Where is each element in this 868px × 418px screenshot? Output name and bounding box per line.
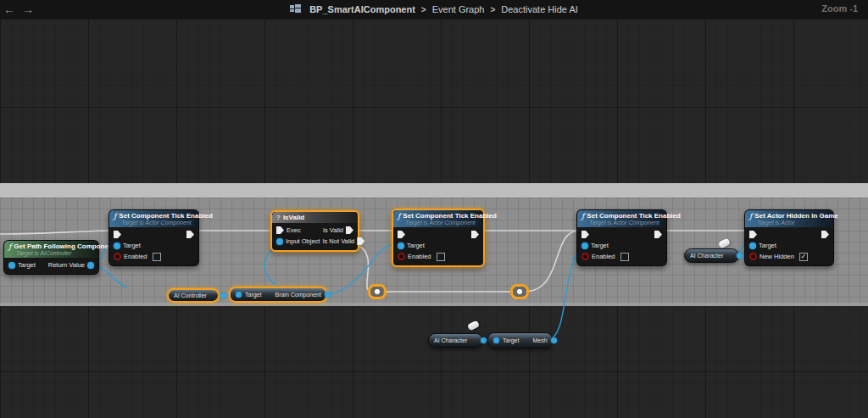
breadcrumb-separator-icon: > xyxy=(421,5,426,14)
variable-label: AI Character xyxy=(434,337,467,343)
target-pin[interactable] xyxy=(114,242,120,249)
function-icon: ƒ xyxy=(581,213,584,220)
exec-in-pin[interactable] xyxy=(398,231,405,238)
node-title: Set Actor Hidden In Game xyxy=(754,212,837,220)
blueprint-graph-icon xyxy=(290,2,301,17)
input-object-pin[interactable] xyxy=(276,238,283,245)
value-out-pin[interactable] xyxy=(325,292,331,298)
value-out-pin[interactable] xyxy=(220,293,226,298)
pin-label: Target xyxy=(18,261,36,269)
value-out-pin[interactable] xyxy=(551,337,557,343)
breadcrumb-section[interactable]: Deactivate Hide AI xyxy=(501,4,578,14)
return-value-out-pin[interactable] xyxy=(87,262,94,269)
node-set-component-tick-enabled-3[interactable]: ƒ Set Component Tick Enabled Target is A… xyxy=(576,209,667,266)
function-icon: ƒ xyxy=(398,213,400,220)
enabled-pin[interactable] xyxy=(398,253,405,260)
pin-label: Enabled xyxy=(124,253,147,260)
pin-label: Target xyxy=(245,292,261,298)
pin-label: Return Value xyxy=(48,261,85,269)
pin-label: New Hidden xyxy=(760,253,794,260)
node-is-valid[interactable]: ? IsValid Exec Is Valid Input Object Is … xyxy=(270,210,359,252)
exec-out-pin[interactable] xyxy=(821,231,829,238)
exec-out-pin[interactable] xyxy=(186,231,194,238)
variable-label: Mesh xyxy=(532,337,547,343)
enabled-pin[interactable] xyxy=(581,253,589,260)
function-icon: ƒ xyxy=(8,243,11,250)
graph-toolbar: ← → BP_SmartAIComponent > Event Graph > … xyxy=(0,0,868,19)
variable-get-ai-controller[interactable]: AI Controller xyxy=(167,288,220,303)
zoom-level-indicator: Zoom -1 xyxy=(821,3,858,14)
pin-label: Enabled xyxy=(408,253,431,260)
exec-wire[interactable] xyxy=(0,231,110,234)
variable-label: AI Character xyxy=(690,253,723,259)
enabled-checkbox[interactable] xyxy=(437,253,445,261)
exec-out-pin[interactable] xyxy=(471,231,479,238)
function-icon: ƒ xyxy=(749,213,752,220)
reroute-node-1[interactable] xyxy=(368,284,387,299)
pin-label: Enabled xyxy=(592,253,615,260)
node-set-component-tick-enabled-2[interactable]: ƒ Set Component Tick Enabled Target is A… xyxy=(392,209,485,267)
pin-label: Is Not Valid xyxy=(322,237,354,245)
new-hidden-checkbox[interactable] xyxy=(799,253,808,261)
node-subtitle: Target is Actor xyxy=(745,220,833,227)
node-get-path-following-component[interactable]: ƒ Get Path Following Component Target is… xyxy=(3,240,99,275)
pin-label: Input Object xyxy=(286,237,320,245)
node-title: Set Component Tick Enabled xyxy=(403,212,497,220)
node-subtitle: Target is Actor Component xyxy=(577,220,666,227)
is-valid-out-pin[interactable] xyxy=(346,226,353,234)
variable-label: AI Controller xyxy=(174,293,207,298)
node-subtitle: Target is Actor Component xyxy=(109,220,198,227)
breadcrumb-blueprint[interactable]: BP_SmartAIComponent xyxy=(309,4,415,14)
exec-wire[interactable] xyxy=(356,245,371,292)
target-pin[interactable] xyxy=(398,242,404,249)
target-pin[interactable] xyxy=(749,242,756,249)
pin-label: Target xyxy=(407,242,425,249)
pin-label: Target xyxy=(591,242,609,249)
target-in-pin[interactable] xyxy=(8,262,15,269)
target-in-pin[interactable] xyxy=(236,292,242,298)
function-icon: ƒ xyxy=(114,213,116,220)
macro-icon: ? xyxy=(276,214,281,221)
variable-label: Brain Component xyxy=(275,292,320,298)
reroute-node-2[interactable] xyxy=(510,284,529,299)
is-not-valid-out-pin[interactable] xyxy=(357,237,364,245)
exec-in-pin[interactable] xyxy=(114,231,121,238)
pin-label: Target xyxy=(759,242,776,249)
node-title: IsValid xyxy=(283,214,304,221)
target-in-pin[interactable] xyxy=(493,337,499,343)
pin-label: Target xyxy=(503,337,519,343)
exec-in-pin[interactable] xyxy=(276,226,284,234)
variable-get-ai-character-1[interactable]: AI Character xyxy=(684,248,739,263)
enabled-checkbox[interactable] xyxy=(153,253,161,261)
pin-label: Target xyxy=(123,242,141,249)
pin-label: Is Valid xyxy=(323,226,343,234)
node-title: Get Path Following Component xyxy=(14,242,114,250)
enabled-checkbox[interactable] xyxy=(620,253,629,261)
node-set-component-tick-enabled-1[interactable]: ƒ Set Component Tick Enabled Target is A… xyxy=(108,209,199,266)
node-subtitle: Target is AIController xyxy=(4,250,98,258)
breadcrumb-event-graph[interactable]: Event Graph xyxy=(432,4,485,14)
exec-in-pin[interactable] xyxy=(749,231,757,238)
variable-get-ai-character-2[interactable]: AI Character xyxy=(428,333,483,348)
exec-in-pin[interactable] xyxy=(581,231,589,238)
breadcrumb: BP_SmartAIComponent > Event Graph > Deac… xyxy=(0,0,868,19)
node-title: Set Component Tick Enabled xyxy=(119,212,213,220)
node-subtitle: Target is Actor Component xyxy=(393,220,483,227)
pin-label: Exec xyxy=(287,226,301,234)
variable-get-brain-component[interactable]: Target Brain Component xyxy=(229,287,327,303)
exec-wire[interactable] xyxy=(526,231,579,292)
enabled-pin[interactable] xyxy=(114,253,121,260)
target-pin[interactable] xyxy=(581,242,588,249)
exec-out-pin[interactable] xyxy=(654,231,662,238)
node-title: Set Component Tick Enabled xyxy=(587,212,681,220)
breadcrumb-separator-icon: > xyxy=(490,5,495,14)
node-set-actor-hidden-in-game[interactable]: ƒ Set Actor Hidden In Game Target is Act… xyxy=(744,209,834,266)
new-hidden-pin[interactable] xyxy=(749,253,757,260)
variable-get-mesh[interactable]: Target Mesh xyxy=(487,332,553,348)
